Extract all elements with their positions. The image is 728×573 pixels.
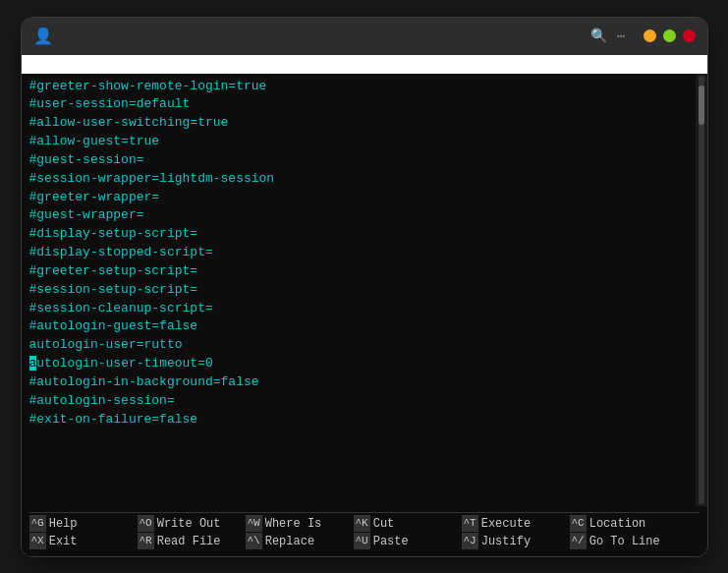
editor-line: #user-session=default: [29, 95, 688, 114]
shortcut-item[interactable]: ^GHelp: [29, 515, 138, 533]
user-icon: 👤: [33, 27, 53, 46]
shortcut-item[interactable]: ^OWrite Out: [138, 515, 246, 533]
titlebar-left: 👤: [33, 27, 53, 46]
editor-line: #autologin-session=: [29, 392, 688, 411]
shortcut-key: ^/: [570, 533, 587, 549]
editor-line: #session-wrapper=lightdm-session: [29, 170, 688, 189]
shortcut-item[interactable]: ^/Go To Line: [570, 533, 678, 550]
editor-line: #autologin-in-background=false: [29, 373, 688, 392]
shortcut-row-2: ^XExit^RRead File^\Replace^UPaste^JJusti…: [29, 533, 700, 550]
shortcut-item[interactable]: ^XExit: [29, 533, 138, 550]
shortcut-key: ^R: [138, 533, 154, 549]
editor-line: #allow-guest=true: [29, 133, 688, 151]
editor-line: #display-stopped-script=: [29, 244, 688, 262]
shortcut-key: ^T: [462, 515, 478, 532]
shortcut-row-1: ^GHelp^OWrite Out^WWhere Is^KCut^TExecut…: [29, 515, 700, 533]
search-icon[interactable]: 🔍: [590, 28, 607, 44]
content-area: #greeter-show-remote-login=true#user-ses…: [22, 74, 707, 506]
editor-line: autologin-user-timeout=0: [29, 355, 688, 373]
editor-line: #greeter-wrapper=: [29, 189, 688, 207]
nano-bottombar: ^GHelp^OWrite Out^WWhere Is^KCut^TExecut…: [22, 506, 707, 556]
scrollbar[interactable]: [696, 74, 707, 506]
shortcut-key: ^\: [246, 533, 262, 549]
traffic-lights: [644, 29, 696, 42]
shortcut-key: ^W: [246, 515, 262, 532]
editor-line: #autologin-guest=false: [29, 317, 688, 336]
shortcut-label: Location: [589, 515, 646, 533]
editor-line: #greeter-setup-script=: [29, 262, 688, 281]
shortcut-label: Cut: [373, 515, 395, 533]
editor-line: #guest-wrapper=: [29, 206, 688, 225]
menu-icon[interactable]: ⋯: [617, 28, 625, 44]
shortcut-label: Help: [49, 515, 78, 533]
shortcut-label: Read File: [157, 533, 221, 550]
titlebar: 👤 🔍 ⋯: [22, 18, 707, 55]
editor-content[interactable]: #greeter-show-remote-login=true#user-ses…: [22, 74, 696, 506]
editor-line: #allow-user-switching=true: [29, 114, 688, 133]
terminal-window: 👤 🔍 ⋯ #greeter-show-remote-login=true#us…: [21, 17, 708, 557]
shortcut-item[interactable]: ^\Replace: [246, 533, 354, 550]
shortcut-label: Paste: [373, 533, 409, 550]
editor-line: #greeter-show-remote-login=true: [29, 78, 688, 96]
shortcut-key: ^U: [354, 533, 370, 549]
minimize-button[interactable]: [644, 29, 656, 42]
shortcut-item[interactable]: ^UPaste: [354, 533, 462, 550]
scrollbar-thumb: [699, 86, 704, 125]
close-button[interactable]: [683, 29, 696, 42]
shortcut-label: Replace: [265, 533, 314, 550]
shortcut-item[interactable]: ^TExecute: [462, 515, 570, 533]
editor-line: #session-setup-script=: [29, 281, 688, 300]
editor-line: #exit-on-failure=false: [29, 411, 688, 430]
shortcut-label: Justify: [481, 533, 531, 550]
shortcut-item[interactable]: ^CLocation: [570, 515, 678, 533]
maximize-button[interactable]: [663, 29, 676, 42]
editor-line: #guest-session=: [29, 151, 688, 170]
scrollbar-track: [699, 76, 704, 504]
shortcut-key: ^G: [29, 515, 46, 532]
editor-line: autologin-user=rutto: [29, 336, 688, 355]
shortcut-key: ^C: [570, 515, 587, 532]
terminal-body: #greeter-show-remote-login=true#user-ses…: [22, 55, 707, 556]
shortcut-item[interactable]: ^JJustify: [462, 533, 570, 550]
shortcut-label: Go To Line: [589, 533, 660, 550]
line-text: utologin-user-timeout=0: [36, 356, 212, 371]
titlebar-right: 🔍 ⋯: [590, 28, 695, 44]
shortcut-key: ^J: [462, 533, 478, 549]
shortcut-key: ^X: [29, 533, 46, 549]
editor-line: #display-setup-script=: [29, 225, 688, 244]
shortcut-label: Execute: [481, 515, 531, 533]
editor-line: #session-cleanup-script=: [29, 300, 688, 318]
shortcut-label: Where Is: [265, 515, 322, 533]
shortcut-label: Exit: [49, 533, 78, 550]
nano-topbar-right: [662, 57, 700, 72]
shortcut-key: ^O: [138, 515, 154, 532]
shortcut-item[interactable]: ^WWhere Is: [246, 515, 354, 533]
nano-topbar: [22, 55, 707, 74]
divider: [29, 512, 700, 513]
shortcut-item[interactable]: ^RRead File: [138, 533, 246, 550]
shortcut-item[interactable]: ^KCut: [354, 515, 462, 533]
shortcut-key: ^K: [354, 515, 370, 532]
shortcut-label: Write Out: [157, 515, 221, 533]
